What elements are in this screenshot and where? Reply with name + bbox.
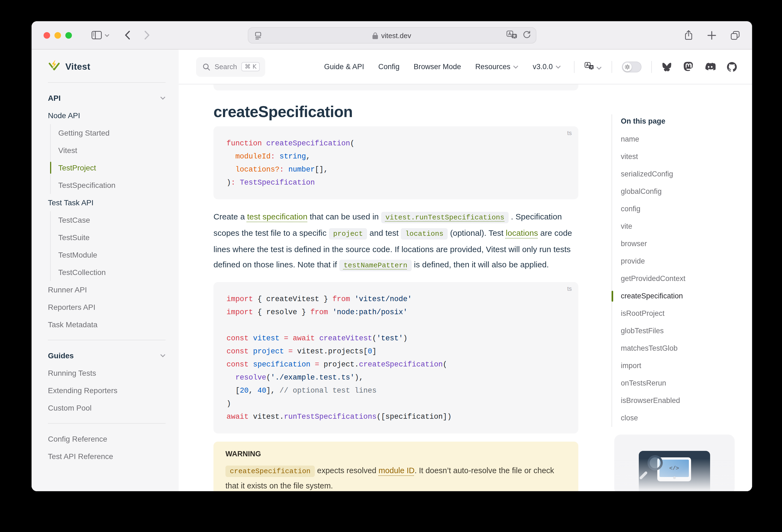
sidebar-item-testproject[interactable]: TestProject: [50, 159, 166, 176]
forward-icon[interactable]: [144, 31, 150, 40]
toc-item-isrootproject[interactable]: isRootProject: [621, 305, 738, 322]
sun-icon: [623, 62, 632, 71]
inline-code-link[interactable]: vitest.runTestSpecifications: [381, 212, 509, 223]
toc-item-serializedconfig[interactable]: serializedConfig: [621, 166, 738, 183]
toc-title: On this page: [621, 114, 738, 129]
search-icon: [203, 63, 210, 71]
toc-item-close[interactable]: close: [621, 410, 738, 427]
sidebar: Vitest APINode APIGetting StartedVitestT…: [32, 49, 179, 491]
toc-item-provide[interactable]: provide: [621, 253, 738, 270]
brand[interactable]: Vitest: [48, 49, 166, 76]
sidebar-item-extending-reporters[interactable]: Extending Reporters: [48, 382, 166, 399]
sidebar-item-label: Node API: [48, 111, 80, 120]
sidebar-item-getting-started[interactable]: Getting Started: [50, 124, 166, 142]
vitest-logo-icon: [48, 59, 61, 74]
inline-link[interactable]: module ID: [379, 466, 415, 475]
toc-item-config[interactable]: config: [621, 201, 738, 218]
sidebar-item-label: TestModule: [58, 250, 97, 259]
code-lang-badge: ts: [567, 285, 572, 292]
sponsor-ad-card[interactable]: </>: [614, 434, 735, 491]
sidebar-item-test-task-api[interactable]: Test Task API: [48, 194, 166, 211]
chevron-down-icon: [513, 65, 519, 68]
new-tab-icon[interactable]: [707, 31, 716, 39]
inline-code: project: [329, 228, 367, 240]
nav-link-label: Resources: [475, 63, 510, 71]
reload-icon[interactable]: [523, 30, 530, 41]
brand-name: Vitest: [65, 62, 91, 72]
navbar: Search ⌘ K Guide & APIConfigBrowser Mode…: [179, 49, 752, 84]
close-window-button[interactable]: [43, 32, 50, 38]
minimize-window-button[interactable]: [55, 32, 61, 38]
zoom-window-button[interactable]: [65, 32, 72, 38]
back-icon[interactable]: [125, 31, 130, 40]
sidebar-item-node-api[interactable]: Node API: [48, 107, 166, 124]
mastodon-icon[interactable]: [683, 62, 693, 72]
sidebar-item-testcollection[interactable]: TestCollection: [50, 263, 166, 281]
toc-item-ontestsrerun[interactable]: onTestsRerun: [621, 375, 738, 392]
toc-item-name[interactable]: name: [621, 131, 738, 148]
on-this-page: On this page namevitestserializedConfigg…: [611, 84, 738, 491]
sidebar-item-task-metadata[interactable]: Task Metadata: [48, 316, 166, 333]
sidebar-item-testsuite[interactable]: TestSuite: [50, 229, 166, 246]
translate-icon[interactable]: [506, 30, 517, 41]
inline-code-link[interactable]: testNamePattern: [339, 260, 412, 271]
toc-item-isbrowserenabled[interactable]: isBrowserEnabled: [621, 392, 738, 410]
sidebar-item-label: TestProject: [58, 163, 96, 172]
sidebar-item-guides[interactable]: Guides: [48, 347, 166, 364]
doc-content: createSpecification ts function createSp…: [213, 84, 578, 491]
sidebar-item-label: TestCollection: [58, 268, 106, 277]
toc-item-globalconfig[interactable]: globalConfig: [621, 183, 738, 201]
discord-icon[interactable]: [705, 62, 716, 71]
sidebar-toggle-icon[interactable]: [92, 31, 102, 40]
toc-item-getprovidedcontext[interactable]: getProvidedContext: [621, 270, 738, 287]
url-text: vitest.dev: [381, 31, 411, 39]
sidebar-item-testcase[interactable]: TestCase: [50, 211, 166, 229]
toc-item-createspecification[interactable]: createSpecification: [621, 287, 738, 305]
share-icon[interactable]: [684, 30, 693, 40]
nav-link-label: Browser Mode: [414, 63, 461, 71]
chevron-down-icon[interactable]: [105, 34, 109, 37]
sidebar-item-api[interactable]: API: [48, 89, 166, 107]
toc-item-browser[interactable]: browser: [621, 235, 738, 253]
toc-item-matchestestglob[interactable]: matchesTestGlob: [621, 340, 738, 357]
toc-item-vitest[interactable]: vitest: [621, 148, 738, 166]
inline-code: locations: [401, 228, 448, 240]
nav-link-browser-mode[interactable]: Browser Mode: [414, 63, 461, 71]
toc-item-globtestfiles[interactable]: globTestFiles: [621, 322, 738, 340]
inline-link[interactable]: locations: [506, 228, 538, 238]
sidebar-item-vitest[interactable]: Vitest: [50, 142, 166, 159]
chevron-down-icon: [160, 96, 166, 100]
sidebar-nav: APINode APIGetting StartedVitestTestProj…: [48, 89, 166, 465]
sidebar-divider: [48, 82, 166, 83]
nav-link-resources[interactable]: Resources: [475, 63, 519, 71]
address-bar[interactable]: vitest.dev: [248, 27, 536, 43]
toc-item-import[interactable]: import: [621, 357, 738, 375]
nav-link-v3-0-0[interactable]: v3.0.0: [533, 63, 561, 71]
toc-item-vite[interactable]: vite: [621, 218, 738, 235]
chevron-down-icon: [556, 65, 561, 68]
search-input[interactable]: Search ⌘ K: [196, 57, 265, 76]
sidebar-item-config-reference[interactable]: Config Reference: [48, 430, 166, 448]
sidebar-divider: [48, 340, 166, 340]
nav-link-label: Config: [378, 63, 399, 71]
sidebar-item-test-api-reference[interactable]: Test API Reference: [48, 448, 166, 465]
browser-chrome: vitest.dev: [32, 21, 752, 49]
sidebar-item-label: Running Tests: [48, 369, 96, 377]
inline-link[interactable]: test specification: [247, 212, 308, 221]
language-menu[interactable]: [584, 61, 602, 72]
sidebar-item-runner-api[interactable]: Runner API: [48, 281, 166, 298]
sidebar-item-label: API: [48, 94, 61, 102]
code-lines: function createSpecification( moduleId: …: [213, 135, 578, 189]
sidebar-item-testmodule[interactable]: TestModule: [50, 246, 166, 263]
nav-link-config[interactable]: Config: [378, 63, 399, 71]
nav-link-guide-api[interactable]: Guide & API: [324, 63, 364, 71]
bluesky-icon[interactable]: [662, 62, 672, 71]
sidebar-item-reporters-api[interactable]: Reporters API: [48, 298, 166, 316]
theme-toggle[interactable]: [622, 61, 641, 72]
tab-overview-icon[interactable]: [730, 30, 740, 40]
sidebar-item-custom-pool[interactable]: Custom Pool: [48, 399, 166, 417]
sidebar-item-running-tests[interactable]: Running Tests: [48, 364, 166, 382]
sidebar-item-label: Config Reference: [48, 434, 107, 443]
sidebar-item-testspecification[interactable]: TestSpecification: [50, 176, 166, 194]
github-icon[interactable]: [727, 62, 737, 72]
